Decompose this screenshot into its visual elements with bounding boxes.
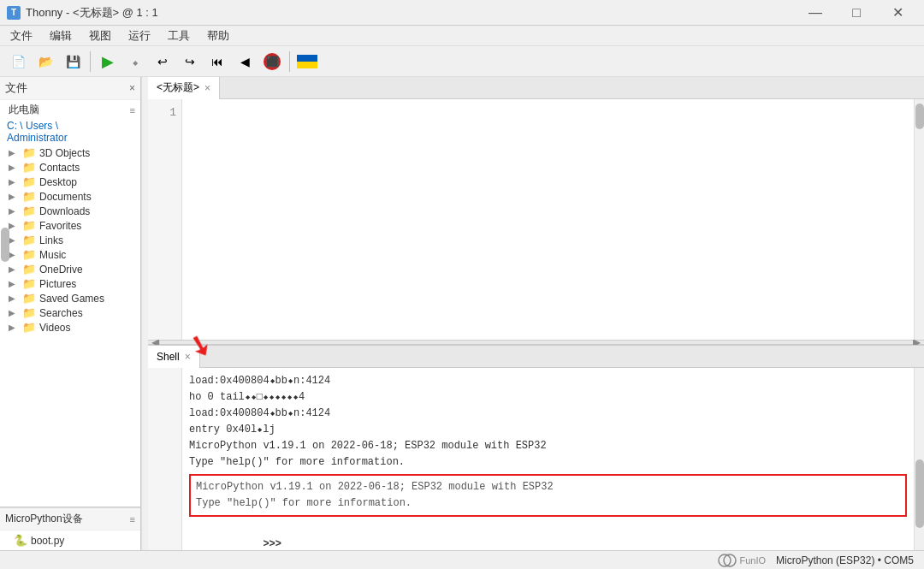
step-over-button[interactable]: ↩ [150, 49, 175, 74]
sidebar-item-documents[interactable]: ▶ 📁 Documents [0, 189, 140, 204]
expand-icon: ▶ [9, 177, 19, 187]
sidebar-header: 文件 × [0, 77, 140, 100]
maximize-button[interactable]: □ [837, 0, 876, 26]
expand-icon: ▶ [9, 308, 19, 317]
sidebar-item-saved-games[interactable]: ▶ 📁 Saved Games [0, 291, 140, 305]
run-button[interactable]: ▶ [95, 49, 121, 74]
minimize-button[interactable]: — [796, 0, 835, 26]
folder-icon: 📁 [22, 219, 36, 232]
sidebar-right-scrollbar[interactable] [141, 77, 148, 550]
sidebar-close-button[interactable]: × [129, 82, 135, 94]
sidebar-item-label: OneDrive [39, 264, 83, 276]
folder-icon: 📁 [22, 161, 36, 174]
menu-file[interactable]: 文件 [3, 27, 39, 45]
sidebar-scroll[interactable]: 此电脑 ≡ C: \ Users \Administrator ▶ 📁 3D O… [0, 100, 140, 507]
sidebar-item-downloads[interactable]: ▶ 📁 Downloads [0, 204, 140, 218]
expand-icon: ▶ [9, 235, 19, 245]
sidebar-item-label: Videos [39, 322, 70, 334]
expand-icon: ▶ [9, 293, 19, 303]
sidebar-title: 文件 [5, 80, 27, 96]
stop-button[interactable]: ⬛ [259, 49, 285, 74]
shell-output-line-6: Type "help()" for more information. [189, 454, 907, 471]
save-file-button[interactable]: 💾 [60, 49, 86, 74]
folder-icon: 📁 [22, 263, 36, 276]
folder-icon: 📁 [22, 292, 36, 305]
expand-icon: ▶ [9, 206, 19, 216]
micropython-label: MicroPython设备 [5, 512, 83, 526]
shell-tab-close-button[interactable]: × [185, 351, 191, 363]
sidebar-item-3d-objects[interactable]: ▶ 📁 3D Objects [0, 145, 140, 160]
shell-output-line-3: load:0x400804⬥bb⬥n:4124 [189, 406, 907, 422]
sidebar-item-onedrive[interactable]: ▶ 📁 OneDrive [0, 262, 140, 276]
app-icon: T [7, 6, 21, 20]
editor-area: 1 [148, 99, 924, 340]
menu-view[interactable]: 视图 [82, 27, 118, 45]
close-button[interactable]: ✕ [878, 0, 917, 26]
expand-icon: ▶ [9, 221, 19, 230]
sidebar-item-videos[interactable]: ▶ 📁 Videos [0, 320, 140, 335]
shell-prompt-line: >>> 1+1 [189, 520, 907, 550]
sidebar-item-label: Links [39, 234, 63, 246]
shell-scroll-thumb[interactable] [915, 459, 924, 528]
sidebar-item-label: Documents [39, 191, 92, 203]
shell-tab-bar: Shell × [148, 346, 924, 368]
expand-icon: ▶ [9, 250, 19, 259]
shell-tab[interactable]: Shell × [148, 346, 200, 368]
funio-logo: FunIO [718, 553, 767, 568]
new-file-button[interactable]: 📄 [5, 49, 31, 74]
path-label[interactable]: C: \ Users \Administrator [0, 118, 140, 145]
shell-text-area[interactable]: ➘ load:0x400804⬥bb⬥n:4124 ho 0 tail⬥⬥□⬥⬥… [182, 368, 914, 550]
open-file-button[interactable]: 📂 [33, 49, 58, 74]
folder-icon: 📁 [22, 306, 36, 319]
status-bar: FunIO MicroPython (ESP32) • COM5 [0, 550, 924, 569]
sidebar-wrapper: 文件 × 此电脑 ≡ C: \ Users \Administrator ▶ 📁… [0, 77, 148, 550]
folder-icon: 📁 [22, 248, 36, 261]
sidebar-scroll-thumb[interactable] [1, 228, 9, 262]
sidebar-item-searches[interactable]: ▶ 📁 Searches [0, 305, 140, 320]
main-area: 文件 × 此电脑 ≡ C: \ Users \Administrator ▶ 📁… [0, 77, 924, 550]
sidebar-upper: 文件 × 此电脑 ≡ C: \ Users \Administrator ▶ 📁… [0, 77, 140, 507]
funio-logo-icon [718, 553, 737, 568]
shell-tab-label: Shell [157, 351, 180, 363]
sidebar-item-links[interactable]: ▶ 📁 Links [0, 233, 140, 247]
menu-edit[interactable]: 编辑 [43, 27, 79, 45]
window-controls: — □ ✕ [796, 0, 917, 26]
expand-icon: ▶ [9, 163, 19, 172]
resume-button[interactable]: ◀ [232, 49, 258, 74]
step-out-button[interactable]: ⏮ [204, 49, 230, 74]
sidebar-item-music[interactable]: ▶ 📁 Music [0, 247, 140, 262]
shell-highlighted-line-1: MicroPython v1.19.1 on 2022-06-18; ESP32… [196, 479, 900, 495]
sidebar-item-favorites[interactable]: ▶ 📁 Favorites [0, 218, 140, 233]
editor-line-numbers: 1 [148, 99, 182, 340]
sidebar-item-label: Music [39, 249, 66, 261]
menu-tools[interactable]: 工具 [161, 27, 197, 45]
editor-right-scrollbar[interactable] [914, 99, 924, 340]
sidebar-item-pictures[interactable]: ▶ 📁 Pictures [0, 276, 140, 291]
sidebar-item-label: Contacts [39, 162, 80, 174]
sidebar-item-label: Desktop [39, 176, 77, 188]
editor-tab-untitled[interactable]: <无标题> × [148, 77, 220, 99]
sidebar-item-desktop[interactable]: ▶ 📁 Desktop [0, 175, 140, 189]
file-item-boot-py[interactable]: 🐍 boot.py [0, 532, 140, 548]
sidebar-item-this-computer[interactable]: 此电脑 ≡ [0, 102, 140, 118]
expand-icon: ▶ [9, 148, 19, 157]
shell-output-line-2: ho 0 tail⬥⬥□⬥⬥⬥⬥⬥⬥4 [189, 389, 907, 406]
menu-help[interactable]: 帮助 [200, 27, 236, 45]
menu-run[interactable]: 运行 [121, 27, 157, 45]
expand-icon: ▶ [9, 323, 19, 332]
shell-right-scrollbar[interactable] [914, 368, 924, 550]
sidebar-item-contacts[interactable]: ▶ 📁 Contacts [0, 160, 140, 175]
expand-icon: ▶ [9, 264, 19, 274]
editor-content[interactable] [182, 99, 914, 340]
line-number-1: 1 [148, 104, 181, 121]
editor-tab-close-button[interactable]: × [204, 82, 210, 94]
step-into-button[interactable]: ↪ [177, 49, 203, 74]
editor-scroll-thumb[interactable] [915, 104, 924, 129]
debug-button[interactable]: ⬥ [122, 49, 148, 74]
expand-icon: ▶ [9, 279, 19, 288]
editor-tab-bar: <无标题> × [148, 77, 924, 99]
shell-area: Shell × ➘ load:0x400804⬥bb⬥n:4124 ho 0 t… [148, 345, 924, 550]
folder-icon: 📁 [22, 175, 36, 188]
sidebar-item-label: Searches [39, 307, 83, 319]
shell-output-line-1: load:0x400804⬥bb⬥n:4124 [189, 373, 907, 389]
